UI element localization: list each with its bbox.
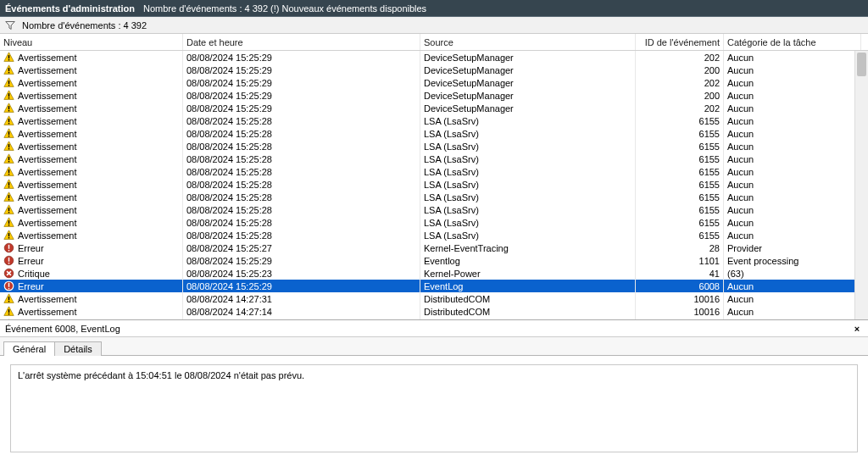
table-row[interactable]: Avertissement08/08/2024 15:25:29DeviceSe… [0,89,868,102]
grid-scrollbar[interactable] [854,51,868,319]
table-row[interactable]: Avertissement08/08/2024 14:27:14Distribu… [0,305,868,318]
table-row[interactable]: Avertissement08/08/2024 15:25:28LSA (Lsa… [0,203,868,216]
col-header-date[interactable]: Date et heure [183,34,420,50]
table-row[interactable]: Avertissement08/08/2024 14:26:52Distribu… [0,318,868,320]
table-row[interactable]: Avertissement08/08/2024 15:25:28LSA (Lsa… [0,127,868,140]
tab-general[interactable]: Général [3,341,55,356]
cell-date: 08/08/2024 15:25:28 [183,229,420,241]
table-row[interactable]: Avertissement08/08/2024 15:25:28LSA (Lsa… [0,140,868,153]
cell-niveau: Avertissement [0,318,183,320]
cell-cat: Aucun [724,305,861,318]
table-row[interactable]: Erreur08/08/2024 15:25:29EventLog6008Auc… [0,280,868,292]
error-icon [3,280,14,291]
warning-icon [3,217,14,228]
cell-date: 08/08/2024 15:25:29 [183,76,420,89]
cell-cat: Aucun [724,76,861,89]
cell-id: 1101 [636,254,724,267]
detail-message-box: L'arrêt système précédant à 15:04:51 le … [10,364,858,452]
critical-icon [3,268,14,279]
table-row[interactable]: Avertissement08/08/2024 15:25:29DeviceSe… [0,64,868,76]
table-row[interactable]: Avertissement08/08/2024 14:27:31Distribu… [0,292,868,305]
table-row[interactable]: Avertissement08/08/2024 15:25:29DeviceSe… [0,51,868,64]
cell-id: 10016 [636,305,724,318]
col-header-source[interactable]: Source [420,34,636,50]
warning-icon [3,319,14,320]
warning-icon [3,191,14,202]
cell-source: Kernel-EventTracing [420,241,636,254]
table-row[interactable]: Critique08/08/2024 15:25:23Kernel-Power4… [0,267,868,280]
cell-id: 202 [636,102,724,114]
warning-icon [3,166,14,177]
cell-niveau: Avertissement [0,51,183,64]
cell-id: 10016 [636,292,724,305]
cell-niveau: Erreur [0,280,183,292]
cell-source: LSA (LsaSrv) [420,127,636,140]
cell-id: 202 [636,51,724,64]
cell-niveau: Avertissement [0,89,183,102]
cell-cat: Aucun [724,292,861,305]
warning-icon [3,141,14,152]
cell-niveau: Avertissement [0,76,183,89]
table-row[interactable]: Avertissement08/08/2024 15:25:29DeviceSe… [0,102,868,114]
cell-source: DeviceSetupManager [420,76,636,89]
cell-date: 08/08/2024 15:25:27 [183,241,420,254]
cell-niveau: Avertissement [0,216,183,229]
cell-source: Eventlog [420,254,636,267]
cell-niveau: Avertissement [0,292,183,305]
cell-source: DistributedCOM [420,318,636,320]
cell-niveau: Critique [0,267,183,280]
filter-icon[interactable] [5,20,15,31]
cell-niveau: Erreur [0,254,183,267]
cell-id: 6155 [636,203,724,216]
cell-date: 08/08/2024 15:25:28 [183,114,420,127]
cell-source: LSA (LsaSrv) [420,191,636,203]
table-row[interactable]: Avertissement08/08/2024 15:25:28LSA (Lsa… [0,165,868,178]
cell-niveau: Avertissement [0,165,183,178]
table-row[interactable]: Avertissement08/08/2024 15:25:28LSA (Lsa… [0,114,868,127]
table-row[interactable]: Avertissement08/08/2024 15:25:28LSA (Lsa… [0,153,868,165]
col-header-niveau[interactable]: Niveau [0,34,183,50]
cell-source: LSA (LsaSrv) [420,203,636,216]
warning-icon [3,204,14,215]
cell-source: LSA (LsaSrv) [420,140,636,153]
cell-niveau: Avertissement [0,305,183,318]
event-grid: Niveau Date et heure Source ID de l'évén… [0,34,868,320]
cell-date: 08/08/2024 15:25:28 [183,153,420,165]
table-row[interactable]: Avertissement08/08/2024 15:25:28LSA (Lsa… [0,191,868,203]
cell-cat: (63) [724,267,861,280]
detail-header: Événement 6008, EventLog × [0,320,868,337]
cell-date: 08/08/2024 14:27:14 [183,305,420,318]
cell-niveau: Avertissement [0,191,183,203]
table-row[interactable]: Avertissement08/08/2024 15:25:28LSA (Lsa… [0,178,868,191]
cell-id: 6155 [636,165,724,178]
col-header-cat[interactable]: Catégorie de la tâche [724,34,861,50]
cell-id: 6155 [636,229,724,241]
cell-cat: Aucun [724,318,861,320]
cell-date: 08/08/2024 15:25:29 [183,51,420,64]
cell-id: 6155 [636,216,724,229]
cell-date: 08/08/2024 15:25:28 [183,127,420,140]
cell-id: 6155 [636,153,724,165]
cell-cat: Aucun [724,51,861,64]
table-row[interactable]: Avertissement08/08/2024 15:25:28LSA (Lsa… [0,216,868,229]
cell-cat: Aucun [724,178,861,191]
cell-date: 08/08/2024 15:25:29 [183,89,420,102]
table-row[interactable]: Avertissement08/08/2024 15:25:29DeviceSe… [0,76,868,89]
cell-date: 08/08/2024 15:25:29 [183,280,420,292]
cell-niveau: Avertissement [0,64,183,76]
scroll-thumb[interactable] [857,53,866,76]
cell-id: 6155 [636,114,724,127]
tab-details[interactable]: Détails [54,341,102,356]
table-row[interactable]: Avertissement08/08/2024 15:25:28LSA (Lsa… [0,229,868,241]
cell-niveau: Avertissement [0,127,183,140]
close-icon[interactable]: × [851,323,863,335]
cell-cat: Aucun [724,140,861,153]
cell-date: 08/08/2024 15:25:28 [183,191,420,203]
table-row[interactable]: Erreur08/08/2024 15:25:27Kernel-EventTra… [0,241,868,254]
col-header-id[interactable]: ID de l'événement [636,34,724,50]
warning-icon [3,90,14,101]
cell-source: LSA (LsaSrv) [420,178,636,191]
warning-icon [3,115,14,126]
table-row[interactable]: Erreur08/08/2024 15:25:29Eventlog1101Eve… [0,254,868,267]
filter-bar: Nombre d'événements : 4 392 [0,17,868,34]
